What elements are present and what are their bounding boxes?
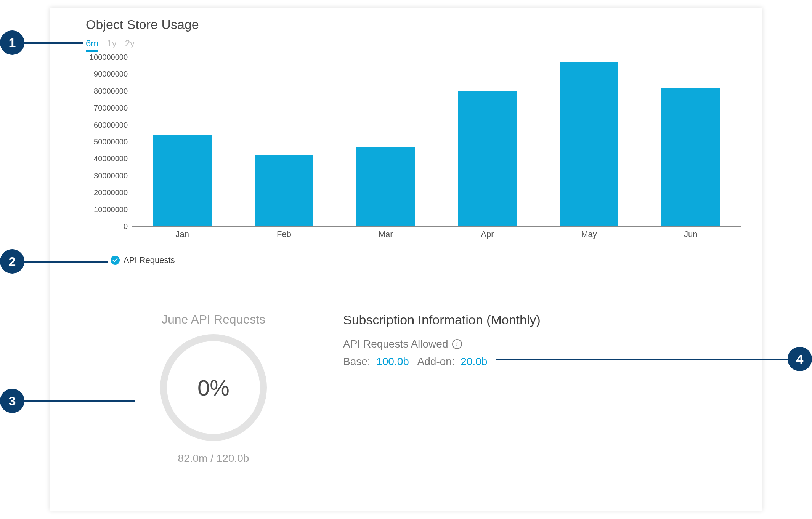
gauge-ring: 0% xyxy=(160,334,267,441)
base-value: 100.0b xyxy=(376,356,409,367)
chart-bar-slot xyxy=(132,57,233,226)
gauge-subtext: 82.0m / 120.0b xyxy=(137,452,290,465)
chart-x-axis: JanFebMarAprMayJun xyxy=(132,227,741,240)
time-range-tab-2y[interactable]: 2y xyxy=(125,38,135,52)
monthly-gauge-section: June API Requests 0% 82.0m / 120.0b xyxy=(137,312,290,465)
gauge-title: June API Requests xyxy=(137,312,290,327)
check-circle-icon xyxy=(111,256,120,265)
chart-bar-slot xyxy=(335,57,436,226)
usage-card: Object Store Usage 6m1y2y 01000000020000… xyxy=(50,8,762,511)
chart-x-tick-label: Feb xyxy=(233,227,335,240)
callout-line-4 xyxy=(496,359,788,360)
chart-bar[interactable] xyxy=(560,62,619,226)
chart-x-tick-label: Mar xyxy=(335,227,436,240)
chart-y-tick-label: 10000000 xyxy=(94,205,128,214)
chart-bar[interactable] xyxy=(458,91,517,226)
base-label: Base: xyxy=(343,356,371,367)
chart-bar[interactable] xyxy=(255,155,314,226)
gauge-percent: 0% xyxy=(197,375,229,400)
chart-bar[interactable] xyxy=(356,147,415,226)
info-icon[interactable]: i xyxy=(452,339,462,349)
callout-badge-3: 3 xyxy=(0,389,24,413)
time-range-tab-6m[interactable]: 6m xyxy=(86,38,98,52)
chart-y-tick-label: 30000000 xyxy=(94,171,128,180)
chart-x-tick-label: Jan xyxy=(132,227,233,240)
chart-y-tick-label: 90000000 xyxy=(94,70,128,78)
subscription-values-row: Base: 100.0b Add-on: 20.0b xyxy=(343,356,686,368)
card-title: Object Store Usage xyxy=(86,17,199,32)
chart-y-tick-label: 80000000 xyxy=(94,86,128,95)
chart-bar-slot xyxy=(233,57,335,226)
usage-bar-chart: 0100000002000000030000000400000005000000… xyxy=(86,57,741,240)
time-range-tab-1y[interactable]: 1y xyxy=(107,38,116,52)
callout-badge-4: 4 xyxy=(788,347,812,371)
api-allowed-label: API Requests Allowed xyxy=(343,338,448,350)
addon-value: 20.0b xyxy=(461,356,487,367)
callout-line-1 xyxy=(24,42,83,44)
chart-bar-slot xyxy=(436,57,538,226)
chart-y-tick-label: 20000000 xyxy=(94,188,128,197)
chart-y-tick-label: 70000000 xyxy=(94,104,128,112)
chart-bar[interactable] xyxy=(661,88,720,226)
callout-badge-1: 1 xyxy=(0,30,24,55)
chart-x-tick-label: May xyxy=(538,227,640,240)
chart-x-tick-label: Apr xyxy=(436,227,538,240)
chart-legend-item[interactable]: API Requests xyxy=(111,255,175,265)
legend-label: API Requests xyxy=(124,255,175,265)
time-range-tabs: 6m1y2y xyxy=(86,38,135,52)
callout-number: 1 xyxy=(9,35,16,50)
callout-badge-2: 2 xyxy=(0,249,24,274)
chart-y-tick-label: 50000000 xyxy=(94,138,128,146)
chart-bar-slot xyxy=(640,57,741,226)
api-allowed-row: API Requests Allowed i xyxy=(343,338,686,350)
chart-x-tick-label: Jun xyxy=(640,227,741,240)
chart-bar-slot xyxy=(538,57,640,226)
chart-y-tick-label: 100000000 xyxy=(90,53,128,62)
addon-label: Add-on: xyxy=(417,356,455,367)
subscription-title: Subscription Information (Monthly) xyxy=(343,312,686,327)
chart-bar[interactable] xyxy=(153,135,212,226)
callout-line-3 xyxy=(24,400,135,402)
callout-number: 3 xyxy=(9,394,16,408)
chart-plot-area: 0100000002000000030000000400000005000000… xyxy=(132,57,741,227)
chart-y-tick-label: 0 xyxy=(124,222,128,231)
chart-y-tick-label: 40000000 xyxy=(94,154,128,163)
callout-line-2 xyxy=(24,261,108,263)
callout-number: 2 xyxy=(9,254,16,269)
callout-number: 4 xyxy=(796,352,804,367)
chart-y-tick-label: 60000000 xyxy=(94,120,128,129)
